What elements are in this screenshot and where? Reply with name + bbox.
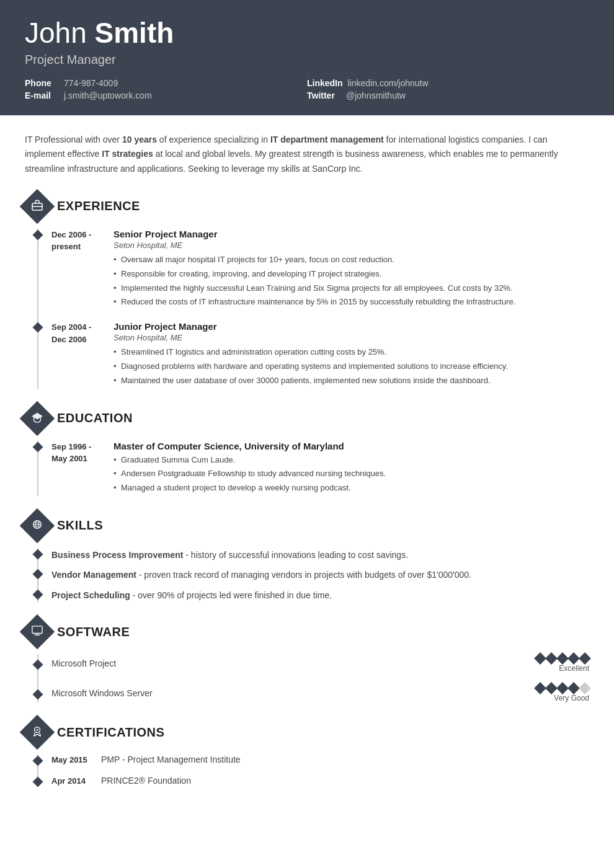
dot-3 <box>556 652 569 665</box>
edu-date-1: Sep 1996 -May 2001 <box>51 441 113 496</box>
twitter-contact: Twitter @johnsmithutw <box>307 91 589 100</box>
software-item-1: Microsoft Project Excellent <box>38 654 589 673</box>
education-icon <box>20 401 55 436</box>
education-timeline: Sep 1996 -May 2001 Master of Computer Sc… <box>37 441 589 496</box>
timeline-dot <box>33 322 43 333</box>
job-content-1: Senior Project Manager Seton Hospital, M… <box>113 229 589 310</box>
certifications-icon <box>20 715 55 750</box>
software-rating-2: Very Good <box>536 684 589 702</box>
job-date-1: Dec 2006 -present <box>51 229 113 310</box>
certifications-title: CERTIFICATIONS <box>57 725 164 740</box>
certifications-timeline: May 2015 PMP - Project Management Instit… <box>37 755 589 786</box>
skill-dot <box>33 569 43 580</box>
phone-contact: Phone 774-987-4009 <box>25 78 307 88</box>
skill-dot <box>33 589 43 600</box>
svg-rect-5 <box>32 626 42 634</box>
timeline-dot <box>33 689 43 700</box>
skill-text-1: Business Process Improvement - history o… <box>51 548 408 562</box>
timeline-dot <box>33 441 43 452</box>
first-name: John <box>25 17 95 49</box>
education-header: EDUCATION <box>25 406 589 431</box>
edu-degree-1: Master of Computer Science, University o… <box>113 441 589 451</box>
linkedin-value: linkedin.com/johnutw <box>348 78 429 88</box>
dot-1 <box>534 652 546 665</box>
dot-2 <box>545 652 558 665</box>
bullet-item: Oversaw all major hospital IT projects f… <box>113 254 589 267</box>
bullet-item: Streamlined IT logistics and administrat… <box>113 346 589 359</box>
skill-text-2: Vendor Management - proven track record … <box>51 568 471 582</box>
job-company-1: Seton Hospital, ME <box>113 241 589 250</box>
job-company-2: Seton Hospital, ME <box>113 333 589 342</box>
cert-name-2: PRINCE2® Foundation <box>101 776 191 786</box>
cert-item-2: Apr 2014 PRINCE2® Foundation <box>38 776 589 786</box>
cert-name-1: PMP - Project Management Institute <box>101 755 241 764</box>
skills-section: SKILLS Business Process Improvement - hi… <box>25 513 589 602</box>
experience-header: EXPERIENCE <box>25 194 589 219</box>
edu-bullets-1: Graduated Summa Cum Laude. Andersen Post… <box>113 454 589 495</box>
rating-label-1: Excellent <box>559 664 589 673</box>
cert-date-1: May 2015 <box>51 755 101 764</box>
job-bullets-2: Streamlined IT logistics and administrat… <box>113 346 589 387</box>
software-icon <box>20 614 55 650</box>
bullet-item: Implemented the highly successful Lean T… <box>113 282 589 295</box>
dot-4 <box>567 682 580 694</box>
skill-item-1: Business Process Improvement - history o… <box>38 548 589 562</box>
software-header: SOFTWARE <box>25 619 589 644</box>
education-section: EDUCATION Sep 1996 -May 2001 Master of C… <box>25 406 589 496</box>
experience-section: EXPERIENCE Dec 2006 -present Senior Proj… <box>25 194 589 389</box>
phone-label: Phone <box>25 78 59 88</box>
dot-2 <box>545 682 558 694</box>
skills-title: SKILLS <box>57 518 103 533</box>
dot-4 <box>567 652 580 665</box>
skill-dot <box>33 549 43 559</box>
twitter-label: Twitter <box>307 91 341 100</box>
edu-content-1: Master of Computer Science, University o… <box>113 441 589 496</box>
software-rating-1: Excellent <box>536 654 589 673</box>
rating-dots-1 <box>536 654 589 663</box>
email-label: E-mail <box>25 91 59 100</box>
full-name: John Smith <box>25 17 589 49</box>
software-timeline: Microsoft Project Excellent Microsoft Wi… <box>37 654 589 702</box>
experience-icon <box>20 189 55 224</box>
twitter-value: @johnsmithutw <box>346 91 406 100</box>
cert-item-1: May 2015 PMP - Project Management Instit… <box>38 755 589 764</box>
rating-label-2: Very Good <box>554 694 589 702</box>
dot-3 <box>556 682 569 694</box>
email-contact: E-mail j.smith@uptowork.com <box>25 91 307 100</box>
certifications-section: CERTIFICATIONS May 2015 PMP - Project Ma… <box>25 720 589 786</box>
dot-1 <box>534 682 546 694</box>
experience-title: EXPERIENCE <box>57 199 140 213</box>
phone-value: 774-987-4009 <box>64 78 118 88</box>
job-item-1: Dec 2006 -present Senior Project Manager… <box>38 229 589 310</box>
job-title-2: Junior Project Manager <box>113 321 589 332</box>
bullet-item: Managed a student project to develop a w… <box>113 482 589 495</box>
resume-header: John Smith Project Manager Phone 774-987… <box>0 0 614 115</box>
timeline-dot <box>33 229 43 240</box>
cert-date-2: Apr 2014 <box>51 776 101 786</box>
timeline-dot <box>33 756 43 766</box>
linkedin-label: LinkedIn <box>307 78 343 88</box>
email-value: j.smith@uptowork.com <box>64 91 152 100</box>
skills-icon <box>20 508 55 544</box>
software-item-2: Microsoft Windows Server Very Good <box>38 684 589 702</box>
summary-section: IT Professional with over 10 years of ex… <box>25 128 589 177</box>
bullet-item: Responsible for creating, improving, and… <box>113 268 589 281</box>
timeline-dot <box>33 660 43 670</box>
contact-info: Phone 774-987-4009 LinkedIn linkedin.com… <box>25 78 589 100</box>
experience-timeline: Dec 2006 -present Senior Project Manager… <box>37 229 589 389</box>
job-title-1: Senior Project Manager <box>113 229 589 239</box>
edu-item-1: Sep 1996 -May 2001 Master of Computer Sc… <box>38 441 589 496</box>
skill-text-3: Project Scheduling - over 90% of project… <box>51 588 332 602</box>
education-title: EDUCATION <box>57 411 133 425</box>
dot-5 <box>579 652 591 665</box>
svg-marker-2 <box>32 412 43 419</box>
bullet-item: Graduated Summa Cum Laude. <box>113 454 589 467</box>
bullet-item: Reduced the costs of IT infrastructure m… <box>113 296 589 309</box>
bullet-item: Andersen Postgraduate Fellowship to stud… <box>113 467 589 480</box>
main-content: IT Professional with over 10 years of ex… <box>0 115 614 828</box>
skills-header: SKILLS <box>25 513 589 538</box>
bullet-item: Maintained the user database of over 300… <box>113 374 589 388</box>
dot-5-empty <box>579 682 591 694</box>
last-name: Smith <box>95 17 174 49</box>
software-title: SOFTWARE <box>57 625 130 639</box>
